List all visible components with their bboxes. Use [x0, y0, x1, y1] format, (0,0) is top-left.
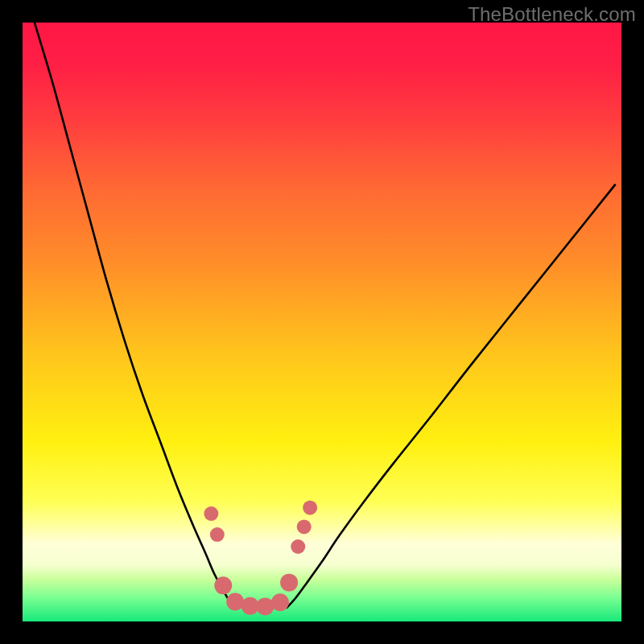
marker-dot [204, 506, 218, 521]
plot-area [23, 23, 621, 621]
watermark-text: TheBottleneck.com [468, 3, 636, 26]
marker-dot [291, 539, 305, 554]
marker-dot [256, 597, 274, 615]
marker-dot [280, 574, 298, 592]
gradient-bg [23, 23, 621, 621]
marker-dot [210, 527, 225, 542]
marker-dot [297, 519, 312, 534]
marker-dot [271, 593, 289, 611]
chart-svg [23, 23, 621, 621]
chart-frame: TheBottleneck.com [0, 0, 644, 644]
marker-dot [214, 576, 232, 594]
marker-dot [226, 592, 244, 610]
marker-dot [303, 501, 317, 515]
